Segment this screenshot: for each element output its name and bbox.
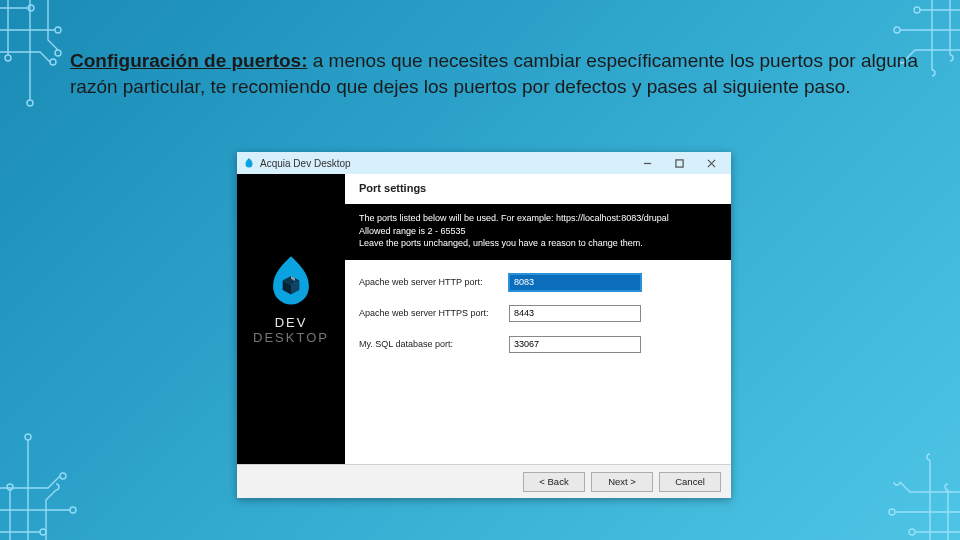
circuit-decor-bottom-left — [0, 430, 120, 540]
maximize-button[interactable] — [663, 152, 695, 174]
instructions-line3: Leave the ports unchanged, unless you ha… — [359, 237, 717, 250]
sidebar: DEV DESKTOP — [237, 174, 345, 464]
http-port-input[interactable] — [509, 274, 641, 291]
svg-rect-0 — [675, 159, 682, 166]
mysql-port-row: My. SQL database port: — [359, 336, 717, 353]
circuit-decor-bottom-right — [860, 440, 960, 540]
back-button[interactable]: < Back — [523, 472, 585, 492]
http-port-row: Apache web server HTTP port: — [359, 274, 717, 291]
https-port-input[interactable] — [509, 305, 641, 322]
instructions-block: The ports listed below will be used. For… — [345, 204, 731, 260]
instructions-line1: The ports listed below will be used. For… — [359, 212, 717, 225]
app-icon — [243, 157, 255, 169]
mysql-port-label: My. SQL database port: — [359, 339, 509, 349]
https-port-row: Apache web server HTTPS port: — [359, 305, 717, 322]
slide-paragraph: Configuración de puertos: a menos que ne… — [70, 48, 920, 99]
http-port-label: Apache web server HTTP port: — [359, 277, 509, 287]
titlebar: Acquia Dev Desktop — [237, 152, 731, 174]
window-body: DEV DESKTOP Port settings The ports list… — [237, 174, 731, 464]
next-button[interactable]: Next > — [591, 472, 653, 492]
cancel-button[interactable]: Cancel — [659, 472, 721, 492]
mysql-port-input[interactable] — [509, 336, 641, 353]
https-port-label: Apache web server HTTPS port: — [359, 308, 509, 318]
instructions-line2: Allowed range is 2 - 65535 — [359, 225, 717, 238]
brand-dev: DEV — [275, 315, 308, 330]
section-heading: Port settings — [345, 174, 731, 204]
fields-area: Apache web server HTTP port: Apache web … — [345, 260, 731, 367]
dev-desktop-logo — [263, 253, 319, 309]
slide-background: Configuración de puertos: a menos que ne… — [0, 0, 960, 540]
brand-desktop: DESKTOP — [253, 330, 329, 345]
minimize-button[interactable] — [631, 152, 663, 174]
main-panel: Port settings The ports listed below wil… — [345, 174, 731, 464]
slide-heading: Configuración de puertos: — [70, 50, 308, 71]
installer-window: Acquia Dev Desktop DE — [237, 152, 731, 498]
close-button[interactable] — [695, 152, 727, 174]
window-title: Acquia Dev Desktop — [260, 158, 631, 169]
button-bar: < Back Next > Cancel — [237, 464, 731, 498]
